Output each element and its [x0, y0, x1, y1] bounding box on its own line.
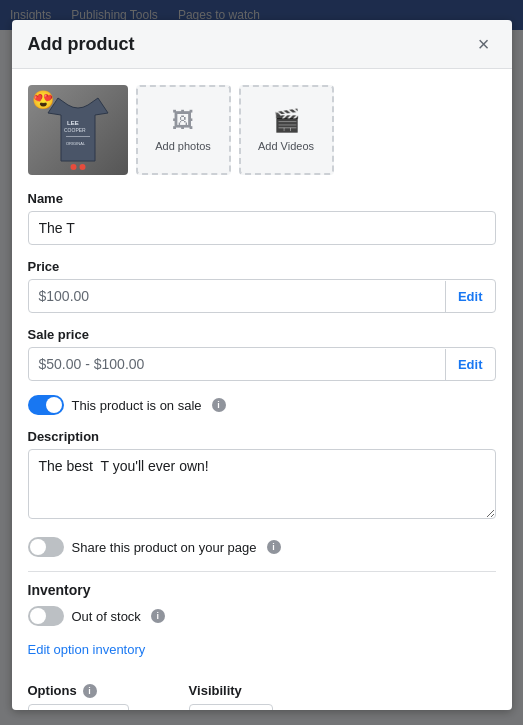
svg-text:COOPER: COOPER: [64, 127, 86, 133]
visibility-col: Visibility Public Private Hidden: [189, 683, 273, 710]
add-photos-icon: 🖼: [172, 108, 194, 134]
image-dot-nav: [70, 164, 85, 170]
share-label: Share this product on your page: [72, 540, 257, 555]
on-sale-toggle[interactable]: [28, 395, 64, 415]
on-sale-slider: [28, 395, 64, 415]
svg-rect-2: [66, 136, 90, 137]
edit-option-inventory-link[interactable]: Edit option inventory: [28, 642, 146, 657]
price-value: $100.00: [29, 280, 445, 312]
visibility-col-label: Visibility: [189, 683, 273, 698]
price-field-group: Price $100.00 Edit: [28, 259, 496, 313]
out-of-stock-slider: [28, 606, 64, 626]
description-field-group: Description The best T you'll ever own!: [28, 429, 496, 523]
name-field-group: Name: [28, 191, 496, 245]
divider-1: [28, 571, 496, 572]
share-info-icon[interactable]: i: [267, 540, 281, 554]
out-of-stock-toggle[interactable]: [28, 606, 64, 626]
on-sale-label: This product is on sale: [72, 398, 202, 413]
visibility-label: Visibility: [189, 683, 242, 698]
svg-text:LEE: LEE: [67, 120, 79, 126]
dot-1: [70, 164, 76, 170]
emoji-badge: 😍: [32, 89, 54, 111]
modal-body: 😍 LEE COOPER ORIGINAL: [12, 69, 512, 710]
modal-header: Add product ×: [12, 20, 512, 69]
on-sale-info-icon[interactable]: i: [212, 398, 226, 412]
options-col-label: Options i: [28, 683, 129, 698]
sale-price-field-group: Sale price $50.00 - $100.00 Edit: [28, 327, 496, 381]
add-product-modal: Add product × 😍 LEE COOPER: [12, 20, 512, 710]
add-videos-button[interactable]: 🎬 Add Videos: [239, 85, 334, 175]
price-row: $100.00 Edit: [28, 279, 496, 313]
sale-price-row: $50.00 - $100.00 Edit: [28, 347, 496, 381]
name-input[interactable]: [28, 211, 496, 245]
options-visibility-row: Options i Edit options Visibility Public…: [28, 683, 496, 710]
share-toggle-row: Share this product on your page i: [28, 537, 496, 557]
options-info-icon[interactable]: i: [83, 684, 97, 698]
modal-title: Add product: [28, 34, 135, 55]
image-upload-row: 😍 LEE COOPER ORIGINAL: [28, 85, 496, 175]
price-label: Price: [28, 259, 496, 274]
close-button[interactable]: ×: [472, 32, 496, 56]
sale-price-edit-button[interactable]: Edit: [445, 349, 495, 380]
price-edit-button[interactable]: Edit: [445, 281, 495, 312]
add-photos-label: Add photos: [155, 140, 211, 152]
edit-options-button[interactable]: Edit options: [28, 704, 129, 710]
share-slider: [28, 537, 64, 557]
svg-text:ORIGINAL: ORIGINAL: [66, 141, 86, 146]
add-videos-label: Add Videos: [258, 140, 314, 152]
inventory-title: Inventory: [28, 582, 496, 598]
visibility-select[interactable]: Public Private Hidden: [189, 704, 273, 710]
options-label: Options: [28, 683, 77, 698]
sale-price-label: Sale price: [28, 327, 496, 342]
share-toggle[interactable]: [28, 537, 64, 557]
out-of-stock-info-icon[interactable]: i: [151, 609, 165, 623]
product-image-preview: 😍 LEE COOPER ORIGINAL: [28, 85, 128, 175]
inventory-group: Inventory Out of stock i Edit option inv…: [28, 582, 496, 669]
modal-overlay: Add product × 😍 LEE COOPER: [0, 0, 523, 725]
sale-price-value: $50.00 - $100.00: [29, 348, 445, 380]
out-of-stock-row: Out of stock i: [28, 606, 496, 626]
add-photos-button[interactable]: 🖼 Add photos: [136, 85, 231, 175]
name-label: Name: [28, 191, 496, 206]
description-input[interactable]: The best T you'll ever own!: [28, 449, 496, 519]
description-label: Description: [28, 429, 496, 444]
out-of-stock-label: Out of stock: [72, 609, 141, 624]
options-col: Options i Edit options: [28, 683, 129, 710]
dot-2: [79, 164, 85, 170]
add-videos-icon: 🎬: [273, 108, 300, 134]
on-sale-toggle-row: This product is on sale i: [28, 395, 496, 415]
